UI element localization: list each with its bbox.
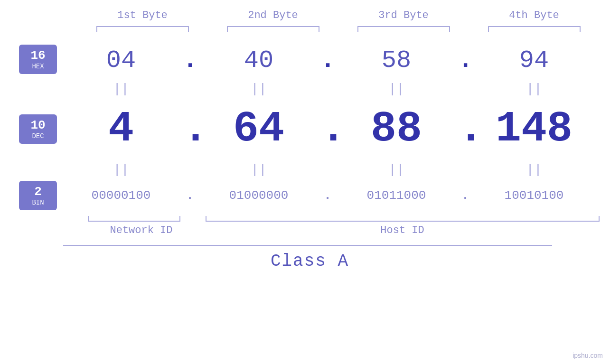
header-byte3: 3rd Byte — [347, 9, 460, 21]
dec-badge-label: DEC — [25, 132, 51, 140]
main-container: 1st Byte 2nd Byte 3rd Byte 4th Byte 16 H… — [0, 0, 610, 364]
bottom-brackets-row — [77, 216, 600, 222]
class-bracket-line — [63, 245, 552, 246]
dec-b1: 4 — [74, 105, 169, 153]
bracket-top-4 — [488, 26, 581, 32]
network-id-label: Network ID — [77, 224, 206, 236]
dot-hex-1: . — [183, 47, 197, 75]
network-bracket-col — [77, 216, 191, 222]
dec-badge: 10 DEC — [19, 114, 57, 144]
hex-b3: 58 — [349, 47, 444, 75]
hex-b4: 94 — [487, 47, 582, 75]
eq1-b3: || — [349, 82, 444, 96]
eq2-b1: || — [74, 162, 169, 177]
bin-row: 00000100 . 01000000 . 01011000 . 1001010… — [66, 179, 589, 212]
header-byte2: 2nd Byte — [216, 9, 330, 21]
eq2-b3: || — [349, 162, 444, 177]
bracket-top-1 — [96, 26, 189, 32]
dec-badge-col: 10 DEC — [0, 114, 66, 144]
bin-badge-label: BIN — [25, 199, 51, 206]
dot-bin-2: . — [320, 188, 335, 203]
top-brackets — [77, 26, 600, 32]
header-byte4: 4th Byte — [477, 9, 591, 21]
bracket-top-3 — [357, 26, 450, 32]
bin-b1: 00000100 — [74, 188, 169, 203]
dot-hex-3: . — [458, 47, 472, 75]
bottom-bracket-section: Network ID Host ID — [77, 216, 600, 236]
equals-row-1: || || || || — [66, 79, 610, 98]
class-label: Class A — [271, 252, 349, 271]
bin-badge-col: 2 BIN — [0, 181, 66, 210]
dot-dec-3: . — [458, 105, 472, 153]
dec-b2: 64 — [211, 105, 306, 153]
dot-hex-2: . — [320, 47, 335, 75]
eq1-b1: || — [74, 82, 169, 96]
host-id-label: Host ID — [206, 224, 600, 236]
class-section: Class A — [49, 245, 571, 271]
dot-bin-3: . — [458, 188, 472, 203]
dec-b3: 88 — [349, 105, 444, 153]
eq1-b4: || — [487, 82, 582, 96]
equals-sign-row1: || || || || — [66, 82, 589, 96]
hex-b2: 40 — [211, 47, 306, 75]
eq2-b2: || — [211, 162, 306, 177]
header-byte1: 1st Byte — [85, 9, 199, 21]
hex-badge-label: HEX — [25, 63, 51, 70]
bin-badge-num: 2 — [25, 185, 51, 199]
hex-row-container: 16 HEX 04 . 40 . 58 . 94 — [0, 39, 610, 79]
bracket-bottom-network — [88, 216, 180, 222]
bracket-bottom-host — [206, 216, 600, 222]
watermark: ipshu.com — [572, 352, 603, 359]
equals-row-2: || || || || — [66, 160, 610, 179]
hex-badge-col: 16 HEX — [0, 45, 66, 74]
dot-dec-1: . — [183, 105, 197, 153]
dec-row-container: 10 DEC 4 . 64 . 88 . 148 — [0, 98, 610, 160]
dec-badge-num: 10 — [25, 118, 51, 132]
dot-dec-2: . — [320, 105, 335, 153]
class-label-row: Class A — [49, 252, 571, 271]
bin-b4: 10010100 — [487, 188, 582, 203]
hex-badge: 16 HEX — [19, 45, 57, 74]
hex-badge-num: 16 — [25, 48, 51, 63]
eq2-b4: || — [487, 162, 582, 177]
network-host-label-row: Network ID Host ID — [77, 224, 600, 236]
eq1-b2: || — [211, 82, 306, 96]
dot-bin-1: . — [183, 188, 197, 203]
bin-b3: 01011000 — [349, 188, 444, 203]
bracket-top-2 — [227, 26, 319, 32]
dec-b4: 148 — [487, 105, 582, 153]
hex-row: 04 . 40 . 58 . 94 — [66, 41, 589, 79]
byte-headers: 1st Byte 2nd Byte 3rd Byte 4th Byte — [77, 9, 600, 21]
bin-b2: 01000000 — [211, 188, 306, 203]
dec-row: 4 . 64 . 88 . 148 — [66, 98, 589, 160]
equals-sign-row2: || || || || — [66, 162, 589, 177]
host-bracket-col — [206, 216, 600, 222]
hex-b1: 04 — [74, 47, 169, 75]
bin-badge: 2 BIN — [19, 181, 57, 210]
bin-row-container: 2 BIN 00000100 . 01000000 . 01011000 . 1… — [0, 179, 610, 212]
